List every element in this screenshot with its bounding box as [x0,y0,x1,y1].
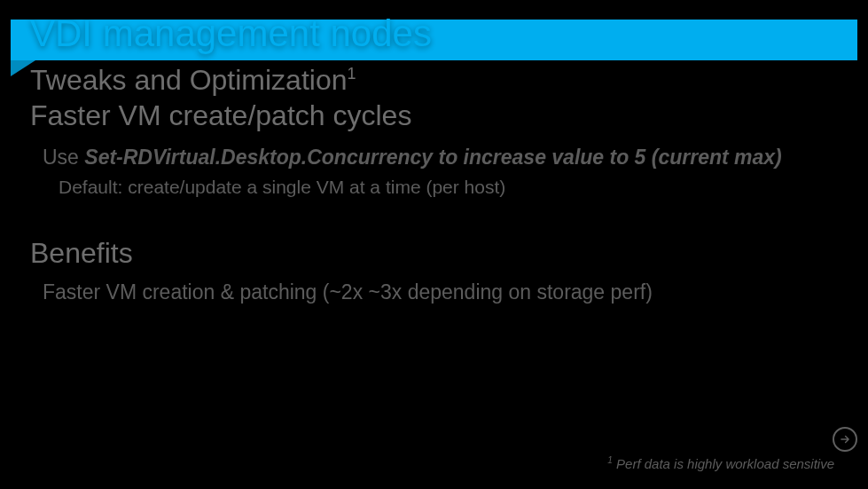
body-line-default: Default: create/update a single VM at a … [59,177,505,198]
subtitle-text: Tweaks and Optimization [30,64,348,96]
slide-subtitle-faster: Faster VM create/patch cycles [30,99,411,132]
slide-subtitle-tweaks: Tweaks and Optimization1 [30,64,356,97]
footnote: 1 Perf data is highly workload sensitive [607,455,834,471]
body-line-cmd: Set-RDVirtual.Desktop.Concurrency to inc… [84,146,781,169]
benefits-heading: Benefits [30,237,133,270]
footnote-text: Perf data is highly workload sensitive [613,456,834,471]
subtitle-sup: 1 [348,65,356,83]
body-line-command: Use Set-RDVirtual.Desktop.Concurrency to… [43,146,782,170]
arrow-right-icon [839,433,851,446]
benefits-line: Faster VM creation & patching (~2x ~3x d… [43,280,653,304]
body-line-lead: Use [43,146,84,169]
slide: VDI management nodes Tweaks and Optimiza… [0,0,868,489]
next-slide-button[interactable] [833,427,857,452]
slide-title: VDI management nodes [30,12,432,55]
